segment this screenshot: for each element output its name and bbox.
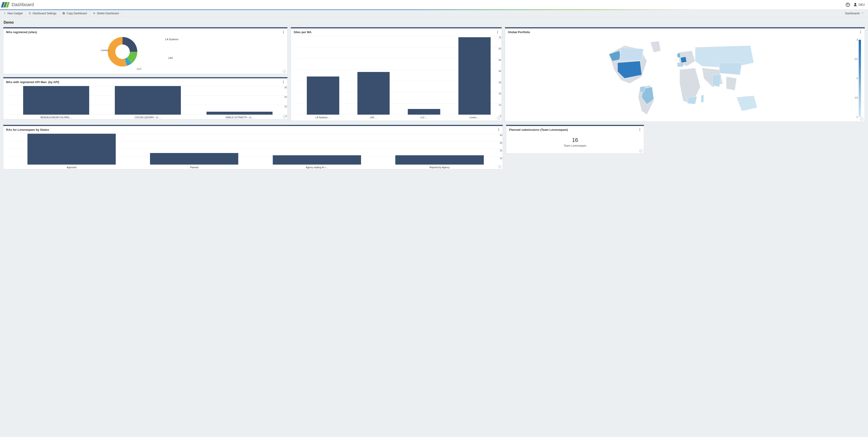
bar: [273, 155, 361, 165]
svg-point-0: [30, 13, 30, 13]
grid-col-1: MAs registered (sites) LA Systems LAS LL…: [3, 27, 287, 119]
close-icon: ✕: [93, 12, 96, 15]
kpi: 16 Team Lorenzepam: [506, 133, 644, 153]
toolbar-label: Dashboard Settings: [33, 12, 57, 15]
gadget-menu-icon[interactable]: [859, 30, 862, 34]
bar: [458, 37, 491, 115]
x-labels: LA Systems …LAS …LLC …Lorenz …: [298, 116, 500, 119]
gadget-planned-submissions: Planned submissions (Team Lorenzepam) 16…: [506, 125, 644, 153]
gadget-header: Sites per MA: [291, 28, 501, 35]
map-legend-ticks: 32.521.51: [853, 40, 858, 117]
x-label: LLC …: [399, 116, 449, 119]
info-icon[interactable]: i: [283, 115, 286, 118]
bar-chart-status: 10203040ApprovedPlannedAgency waiting fo…: [3, 133, 503, 169]
x-label: Rejected by Agency: [378, 166, 501, 169]
donut-label-la-systems: LA Systems: [165, 38, 178, 41]
legend-tick: 1: [857, 116, 858, 118]
top-bar: Dashboard ? DEU: [0, 0, 868, 9]
gadget-sites-per-ma: Sites per MA 010203040506070LA Systems ……: [291, 27, 502, 121]
x-label: Lorenz …: [449, 116, 500, 119]
info-icon[interactable]: i: [283, 70, 286, 73]
help-icon[interactable]: ?: [845, 2, 850, 7]
bar: [27, 134, 116, 165]
bar: [23, 86, 89, 115]
delete-dashboard-button[interactable]: ✕ Delete Dashboard: [90, 10, 122, 17]
user-icon: [853, 3, 857, 7]
user-label: DEU: [859, 3, 865, 6]
grid-col-3: Global Portfolio: [505, 27, 865, 122]
gadget-mas-registered-api: MAs with registered API Man. (by API) 01…: [3, 77, 287, 119]
user-menu[interactable]: DEU: [853, 3, 865, 7]
svg-rect-1: [63, 13, 65, 14]
gadget-header: MAs registered (sites): [3, 28, 287, 35]
kpi-label: Team Lorenzepam: [506, 144, 644, 147]
y-tick: 0: [500, 115, 501, 117]
app-logo: [2, 2, 9, 7]
new-gadget-button[interactable]: ＋ New Gadget: [3, 10, 26, 17]
copy-dashboard-button[interactable]: Copy Dashboard: [59, 10, 90, 17]
gadget-menu-icon[interactable]: [282, 30, 285, 34]
bar-chart-api: 0102030BENZALKONIUM CHLORID…COCOA LIQUOR…: [3, 85, 287, 119]
legend-tick: 1.5: [855, 96, 858, 99]
world-map: 32.521.51: [505, 35, 865, 121]
donut-label-las: LAS: [168, 57, 173, 59]
kpi-value: 16: [506, 137, 644, 143]
x-label: Approved: [10, 166, 133, 169]
copy-icon: [62, 12, 65, 15]
gadget-body: 010203040506070LA Systems …LAS …LLC …Lor…: [291, 35, 501, 120]
svg-rect-2: [63, 12, 64, 14]
grid-row-1: MAs registered (sites) LA Systems LAS LL…: [3, 27, 865, 122]
top-bar-right: ? DEU: [845, 2, 865, 7]
toolbar-left: ＋ New Gadget Dashboard Settings Copy Das…: [3, 10, 122, 17]
gadget-body: 32.521.51 i: [505, 35, 865, 121]
bar: [408, 109, 440, 115]
gadget-title: MAs registered (sites): [6, 30, 37, 34]
gadget-ras-by-status: RAs for Lorenzepam by Status 10203040App…: [3, 125, 503, 169]
gadget-title: Sites per MA: [293, 30, 312, 34]
gadget-menu-icon[interactable]: [282, 80, 285, 84]
bars: [10, 134, 501, 165]
bar: [395, 155, 484, 165]
x-labels: BENZALKONIUM CHLORID…COCOA LIQUOR® - v1 …: [10, 116, 285, 119]
toolbar-label: Copy Dashboard: [66, 12, 87, 15]
gadget-body: 0102030BENZALKONIUM CHLORID…COCOA LIQUOR…: [3, 85, 287, 119]
dashboards-dropdown[interactable]: Dashboards: [844, 11, 865, 15]
legend-tick: 2.5: [855, 58, 858, 60]
grid-col-5: Planned submissions (Team Lorenzepam) 16…: [506, 125, 644, 153]
gadget-body: 16 Team Lorenzepam i: [506, 133, 644, 153]
x-label: GARLIC EXTRACT® - v1…: [194, 116, 285, 119]
dashboard-toolbar: ＋ New Gadget Dashboard Settings Copy Das…: [0, 10, 868, 17]
gadget-title: Global Portfolio: [508, 30, 530, 34]
gadget-title: RAs for Lorenzepam by Status: [6, 128, 49, 132]
gadget-menu-icon[interactable]: [639, 128, 641, 132]
x-label: COCOA LIQUOR® - v1 …: [102, 116, 193, 119]
bar: [307, 77, 339, 115]
gadget-body: LA Systems LAS LLC Lorenz i: [3, 35, 287, 74]
legend-tick: 2: [857, 77, 858, 80]
page-module-title: Dashboard: [11, 2, 34, 7]
donut-chart: LA Systems LAS LLC Lorenz: [3, 35, 287, 74]
bar: [150, 153, 238, 165]
bars: [298, 36, 500, 115]
gadget-mas-registered-sites: MAs registered (sites) LA Systems LAS LL…: [3, 27, 287, 74]
gadget-menu-icon[interactable]: [496, 30, 499, 34]
info-icon[interactable]: i: [639, 149, 643, 152]
bar: [207, 112, 273, 115]
dashboards-dropdown-label: Dashboards: [845, 12, 860, 15]
gadget-header: Planned submissions (Team Lorenzepam): [506, 126, 644, 133]
x-label: Agency waiting for r…: [255, 166, 378, 169]
map-legend-scale: [859, 40, 861, 117]
x-labels: ApprovedPlannedAgency waiting for r…Reje…: [10, 166, 501, 169]
x-label: Planned: [133, 166, 256, 169]
gadget-header: Global Portfolio: [505, 28, 865, 35]
chevron-down-icon: [861, 11, 864, 15]
x-label: LAS …: [348, 116, 399, 119]
grid-row-2: RAs for Lorenzepam by Status 10203040App…: [3, 125, 865, 169]
info-icon[interactable]: i: [860, 117, 863, 120]
page-body: Demo MAs registered (sites) LA Systems L…: [0, 17, 868, 179]
legend-tick: 3: [857, 38, 858, 41]
plus-icon: ＋: [3, 12, 6, 15]
dashboard-settings-button[interactable]: Dashboard Settings: [26, 10, 59, 17]
gadget-menu-icon[interactable]: [497, 128, 500, 132]
top-bar-left: Dashboard: [2, 2, 34, 7]
